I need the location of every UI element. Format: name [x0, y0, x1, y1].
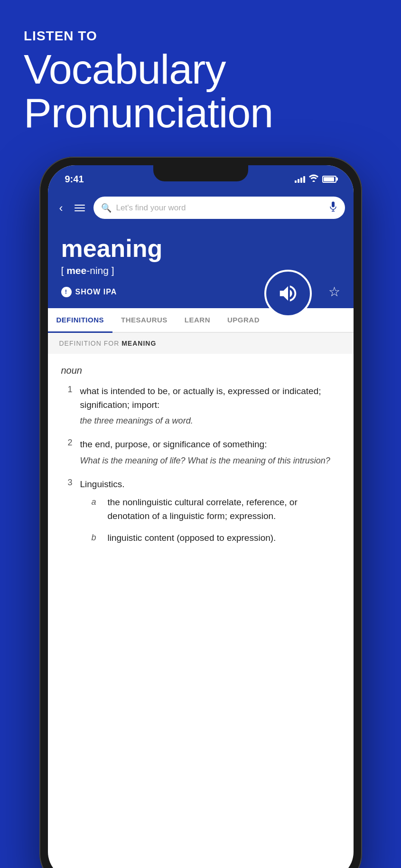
phone-notch: [153, 165, 248, 181]
back-button[interactable]: ‹: [56, 199, 66, 217]
phone-outer-shell: 9:41: [39, 157, 362, 868]
tabs-bar: DEFINITIONS THESAURUS LEARN UPGRAD: [48, 308, 354, 333]
sub-def-text-b: linguistic content (opposed to expressio…: [108, 533, 276, 543]
phone-mockup: 9:41: [39, 157, 362, 868]
sub-def-letter-b: b: [92, 531, 101, 545]
favorite-button[interactable]: ☆: [328, 284, 340, 300]
definitions-list: 1 what is intended to be, or actually is…: [61, 385, 340, 554]
tab-definitions[interactable]: DEFINITIONS: [48, 308, 113, 333]
show-ipa-button[interactable]: ! SHOW IPA: [61, 287, 117, 297]
tab-learn[interactable]: LEARN: [176, 308, 219, 332]
word-actions: ! SHOW IPA ☆: [61, 284, 340, 300]
battery-icon: [322, 176, 336, 183]
def-number-2: 2: [61, 438, 73, 448]
definition-header-prefix: DEFINITION FOR: [59, 340, 122, 347]
svg-point-0: [312, 180, 315, 182]
speaker-icon: [277, 283, 299, 304]
definition-header-word: MEANING: [121, 340, 156, 347]
menu-button[interactable]: [72, 203, 88, 213]
def-text-2: the end, purpose, or significance of som…: [80, 439, 267, 449]
word-title: meaning: [61, 235, 340, 262]
def-content-3: Linguistics. a the nonlinguistic cultura…: [80, 478, 340, 554]
pronunciation-stress: mee: [66, 265, 86, 276]
ipa-info-icon: !: [61, 287, 72, 297]
svg-rect-1: [332, 202, 335, 208]
definition-item-3: 3 Linguistics. a the nonlinguistic cultu…: [61, 478, 340, 554]
search-input[interactable]: Let's find your word: [116, 203, 324, 213]
sub-definitions-list: a the nonlinguistic cultural correlate, …: [80, 496, 340, 545]
content-area: DEFINITION FOR MEANING noun 1 what is in…: [48, 333, 354, 576]
sub-def-content-a: the nonlinguistic cultural correlate, re…: [108, 496, 340, 523]
app-header: ‹ 🔍 Let's find your word: [48, 191, 354, 225]
def-example-2: What is the meaning of life? What is the…: [80, 454, 340, 467]
listen-to-label: LISTEN TO: [24, 28, 377, 44]
hero-title-line1: Vocabulary: [24, 46, 225, 93]
definition-card: noun 1 what is intended to be, or actual…: [48, 354, 354, 576]
def-text-3: Linguistics.: [80, 479, 125, 489]
sub-def-item-b: b linguistic content (opposed to express…: [80, 531, 340, 545]
speaker-button[interactable]: [264, 270, 312, 317]
part-of-speech: noun: [61, 365, 340, 376]
search-icon: 🔍: [101, 203, 112, 213]
def-example-1: the three meanings of a word.: [80, 415, 340, 427]
def-number-1: 1: [61, 385, 73, 395]
wifi-icon: [309, 174, 318, 184]
search-bar[interactable]: 🔍 Let's find your word: [93, 197, 345, 219]
status-icons: [295, 174, 336, 184]
sub-def-item-a: a the nonlinguistic cultural correlate, …: [80, 496, 340, 523]
tab-upgrade[interactable]: UPGRAD: [219, 308, 268, 332]
mic-icon[interactable]: [329, 201, 337, 214]
sub-def-content-b: linguistic content (opposed to expressio…: [108, 531, 340, 545]
definition-item-1: 1 what is intended to be, or actually is…: [61, 385, 340, 427]
def-number-3: 3: [61, 478, 73, 488]
definition-header: DEFINITION FOR MEANING: [48, 333, 354, 354]
hero-title-line2: Pronunciation: [24, 89, 273, 136]
sub-def-letter-a: a: [92, 496, 101, 523]
definition-item-2: 2 the end, purpose, or significance of s…: [61, 438, 340, 467]
word-section: meaning [ mee-ning ] ! SHOW IPA ☆: [48, 225, 354, 308]
def-text-1: what is intended to be, or actually is, …: [80, 386, 321, 410]
hero-title: Vocabulary Pronunciation: [24, 47, 377, 135]
signal-icon: [295, 175, 305, 183]
status-time: 9:41: [65, 174, 84, 185]
tab-thesaurus[interactable]: THESAURUS: [112, 308, 176, 332]
def-content-1: what is intended to be, or actually is, …: [80, 385, 340, 427]
show-ipa-label: SHOW IPA: [75, 288, 117, 296]
def-content-2: the end, purpose, or significance of som…: [80, 438, 340, 467]
phone-screen: 9:41: [48, 165, 354, 868]
hero-section: LISTEN TO Vocabulary Pronunciation: [0, 0, 401, 150]
sub-def-text-a: the nonlinguistic cultural correlate, re…: [108, 497, 298, 521]
